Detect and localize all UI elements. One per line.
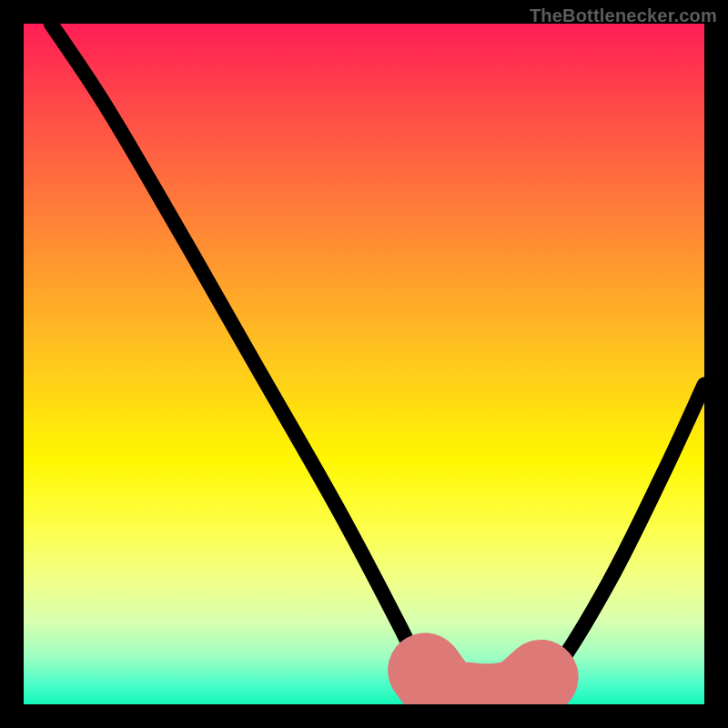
plot-area	[24, 24, 704, 704]
chart-frame: TheBottlenecker.com	[0, 0, 728, 728]
bottleneck-curve	[51, 24, 704, 704]
curve-layer	[24, 24, 704, 704]
watermark-text: TheBottlenecker.com	[530, 5, 717, 26]
optimal-range-marker	[425, 671, 541, 702]
optimal-range-lead-dot	[408, 646, 422, 661]
